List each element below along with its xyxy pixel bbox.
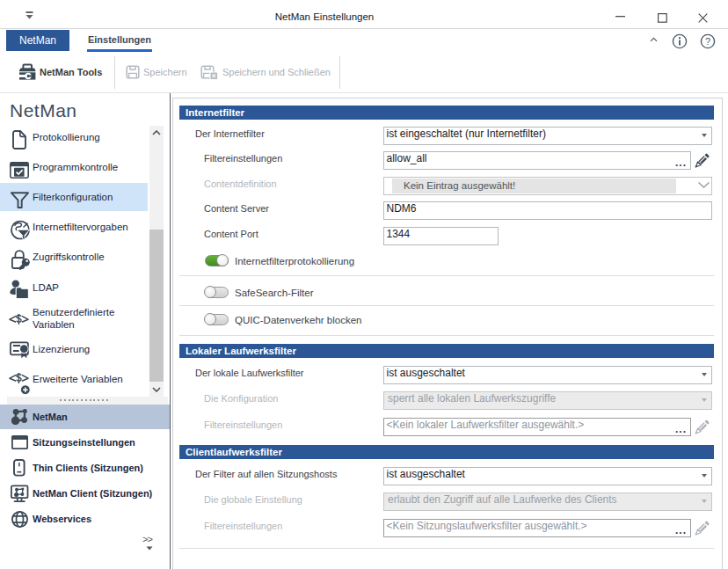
svg-text:?: ? [705,36,710,47]
